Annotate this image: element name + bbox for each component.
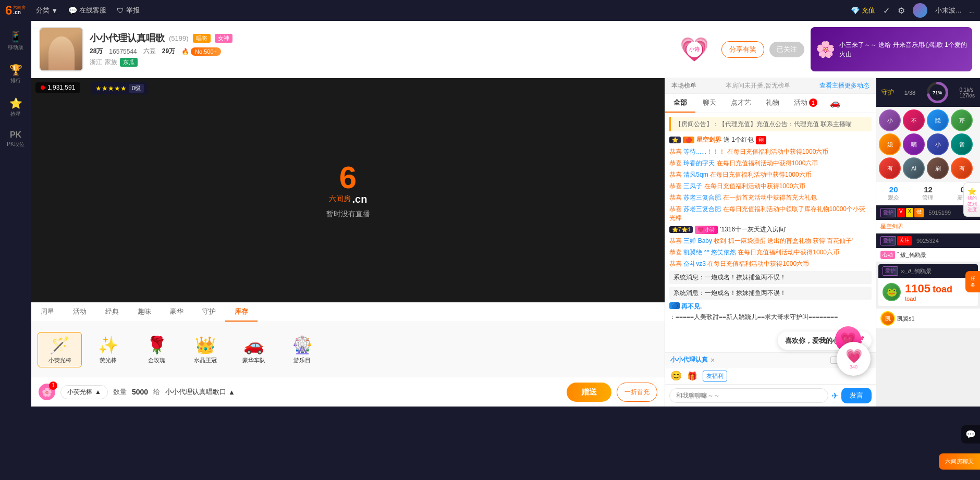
guard-avatar-8[interactable]: 音 <box>951 133 973 155</box>
logo[interactable]: 6 六间房 .cn <box>5 3 26 18</box>
sidebar-item-pk[interactable]: PK PK段位 <box>0 126 31 152</box>
guard-avatar-6[interactable]: 嘀 <box>903 133 925 155</box>
share-button[interactable]: 分享有奖 <box>721 41 764 58</box>
send-to-label: 给 <box>153 387 160 397</box>
task-float-btn[interactable]: 任务 <box>965 271 980 292</box>
sidebar-item-rank[interactable]: 🏆 排行 <box>0 59 31 89</box>
my-star-float-btn[interactable]: ⭐ 我的签到进度 <box>963 182 980 217</box>
more-dynamics-link[interactable]: 查看主播更多动态 <box>819 81 869 90</box>
gift-name-selector[interactable]: 小荧光棒 ▲ <box>60 385 108 399</box>
love-float-container: 💗 340 <box>837 342 871 376</box>
six-room-chat-btn[interactable]: 六间房聊天 <box>939 453 980 470</box>
streamer-id: (5199) <box>169 34 189 42</box>
guard-avatar-4[interactable]: 芹 <box>951 109 973 131</box>
list-item: 恭喜 玲香的字天 在每日充值福利活动中获得1000六币 <box>669 159 872 168</box>
guard-avatar-1[interactable]: 小 <box>879 109 901 131</box>
viewer-tab-audience[interactable]: 20 观众 <box>884 185 903 202</box>
rank-badge: 🔥 No.500+ <box>181 47 221 56</box>
tab-chat[interactable]: 聊天 <box>695 94 724 113</box>
gift-tab-fun[interactable]: 趣味 <box>128 303 161 322</box>
gift-tab-luxury[interactable]: 豪华 <box>161 303 193 322</box>
toad-avatar: 🐸 <box>883 283 901 301</box>
guard-avatar-11[interactable]: 刷 <box>927 157 949 179</box>
chat-tabs: 全部 聊天 点才艺 礼物 活动 1 🚗 <box>665 94 876 113</box>
offline-text: 暂时没有直播 <box>326 210 370 219</box>
gift-name-1: 小荧光棒 <box>48 356 71 364</box>
star-name-2: 心动 ﾟ鲅_鸰鸥景 <box>876 248 980 262</box>
sidebar-item-mobile[interactable]: 📱 移动版 <box>0 26 31 55</box>
message-list: 【房间公告】：【代理充值】充值点公告：代理充值 联系主播喵 ⭐ 🔴 星空剑界 送… <box>665 113 876 331</box>
guard-panel: 守护 1/38 71% 0.1k/s 127k/s <box>876 78 980 407</box>
list-item: ⭐ 🔴 星空剑界 送 1个红包 刚 <box>669 136 872 144</box>
tab-all[interactable]: 全部 <box>665 94 695 113</box>
star-name-1: 星空剑界 <box>876 220 980 233</box>
gift-tab-activity[interactable]: 活动 <box>64 303 96 322</box>
settings-icon[interactable]: ⚙ <box>898 6 905 16</box>
gift-item-4[interactable]: 👑 水晶王冠 <box>183 333 227 367</box>
guard-avatar-3[interactable]: 隐 <box>927 109 949 131</box>
guard-avatar-10[interactable]: Ai <box>903 157 925 179</box>
gift-tab-inventory[interactable]: 库存 <box>225 303 258 322</box>
guard-avatar-5[interactable]: 媳 <box>879 133 901 155</box>
gift-item-1[interactable]: 🪄 小荧光棒 <box>38 332 82 367</box>
announcement-bar: 【房间公告】：【代理充值】充值点公告：代理充值 联系主播喵 <box>669 117 872 131</box>
online-service-btn[interactable]: 💬 在线客服 <box>68 6 106 15</box>
discount-button[interactable]: 一折首充 <box>617 383 657 402</box>
charge-button[interactable]: 💎 充值 <box>851 6 875 15</box>
follow-button[interactable]: 已关注 <box>769 42 804 57</box>
gift-item-5[interactable]: 🚗 豪华车队 <box>231 333 276 367</box>
send-to-selector[interactable]: 小小代理认真唱歌口 ▲ <box>165 387 235 397</box>
chat-input[interactable] <box>669 388 828 403</box>
gift-item-2[interactable]: ✨ 荧光棒 <box>86 333 130 367</box>
streamer-header: 小小代理认真唱歌 (5199) 唱将 女神 28万 16575544 六豆 29… <box>31 21 980 78</box>
quantity-label: 数量 <box>113 387 127 397</box>
gift-tab-zhouxing[interactable]: 周星 <box>31 303 64 322</box>
guard-avatar-2[interactable]: 不 <box>903 109 925 131</box>
rank-label: 排行 <box>10 77 21 84</box>
check-icon[interactable]: ✓ <box>883 6 890 16</box>
pk-icon: PK <box>10 130 21 140</box>
pk-label: PK段位 <box>7 141 24 148</box>
list-item: ⭐7⭐4 💗小诗 '1316十一灰天进入房间' <box>669 225 872 234</box>
classify-dropdown[interactable]: 分类 ▼ <box>36 6 58 15</box>
guard-avatar-12[interactable]: 有 <box>951 157 973 179</box>
gift-benefit-btn[interactable]: 友福利 <box>703 371 727 381</box>
love-popup-text: 喜欢你，爱我的心 <box>785 336 839 346</box>
rank-overlay: ★★★★★ 0级 <box>91 82 148 94</box>
send-plane-icon: ✈ <box>831 391 838 401</box>
list-item: 系统消息：一炮成名！撩妹捕鱼两不误！ <box>669 271 872 284</box>
emotion-button[interactable]: 😊 <box>670 370 682 381</box>
send-gift-button[interactable]: 赠送 <box>567 383 611 402</box>
gift-name-5: 豪华车队 <box>242 356 265 364</box>
chat-input-row: ✈ 发言 <box>665 384 876 407</box>
gift-item-3[interactable]: 🌹 金玫瑰 <box>134 333 179 367</box>
gift-item-6[interactable]: 🎡 游乐目 <box>280 333 324 367</box>
car-icon: 🚗 <box>825 94 846 113</box>
gift-name-3: 金玫瑰 <box>148 356 165 364</box>
send-message-button[interactable]: 发言 <box>841 388 872 403</box>
username-label: 小末波... <box>935 6 961 15</box>
user-avatar[interactable] <box>913 3 927 18</box>
gift-name-2: 荧光棒 <box>100 356 117 364</box>
banner-text: 小三来了～～ 送给 丹来音乐用心唱歌 1个爱的 火山 <box>839 40 967 59</box>
tab-gift[interactable]: 礼物 <box>758 94 787 113</box>
stats-num: 29万 <box>162 47 175 56</box>
gift-tab-guard[interactable]: 守护 <box>193 303 225 322</box>
guard-avatar-7[interactable]: 小 <box>927 133 949 155</box>
tab-talent[interactable]: 点才艺 <box>724 94 758 113</box>
list-item: 恭喜 凯翼绝 ᵒᵒ 悠笑依然 在每日充值福利活动中获得1000六币 <box>669 248 872 257</box>
sidebar-item-star[interactable]: ⭐ 抢星 <box>0 93 31 122</box>
ref-close-btn[interactable]: × <box>710 356 715 364</box>
tab-activity[interactable]: 活动 1 <box>787 94 825 113</box>
more-btn[interactable]: ... <box>969 7 975 15</box>
report-btn[interactable]: 🛡 举报 <box>117 6 140 15</box>
list-item: 恭喜 三凤子 在每日充值福利活动中获得1000六币 <box>669 182 872 191</box>
online-chat-icon[interactable]: 💬 <box>961 425 980 444</box>
gift-tab-classic[interactable]: 经典 <box>96 303 128 322</box>
gift-small-button[interactable]: 🎁 <box>687 371 697 381</box>
guard-avatar-9[interactable]: 有 <box>879 157 901 179</box>
send-bar: 🌸 1 小荧光棒 ▲ 数量 5000 给 小小代理认真唱歌口 ▲ 赠送 一折首充 <box>31 377 665 407</box>
viewer-tab-manager[interactable]: 12 管理 <box>918 185 938 202</box>
love-big-btn[interactable]: 💗 340 <box>837 342 871 376</box>
video-area: 1,931,591 ★★★★★ 0级 6 六间房 .cn 暂时没有直播 <box>31 78 665 302</box>
